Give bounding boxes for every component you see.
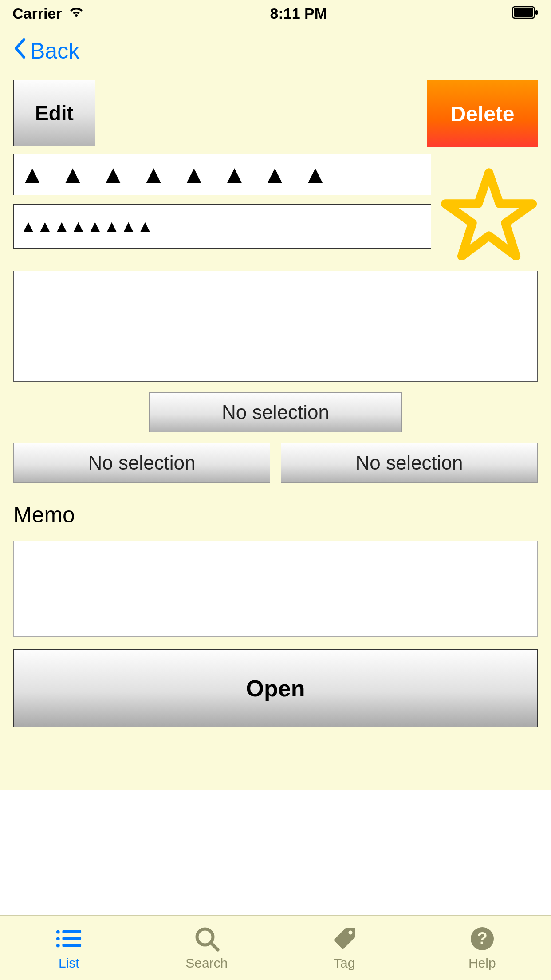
svg-point-11 bbox=[349, 930, 353, 934]
status-bar: Carrier 8:11 PM bbox=[0, 0, 551, 27]
status-left: Carrier bbox=[12, 5, 85, 22]
subtitle-field[interactable]: ▲▲▲▲▲▲▲▲ bbox=[13, 204, 431, 249]
favorite-toggle[interactable] bbox=[440, 154, 538, 262]
search-icon bbox=[193, 925, 220, 952]
edit-label: Edit bbox=[35, 101, 74, 125]
selection-left-button[interactable]: No selection bbox=[13, 443, 270, 483]
title-field[interactable]: ▲ ▲ ▲ ▲ ▲ ▲ ▲ ▲ bbox=[13, 154, 431, 195]
edit-button[interactable]: Edit bbox=[13, 80, 95, 146]
fields-col: ▲ ▲ ▲ ▲ ▲ ▲ ▲ ▲ ▲▲▲▲▲▲▲▲ bbox=[13, 154, 431, 249]
svg-point-5 bbox=[56, 937, 60, 940]
tab-list[interactable]: List bbox=[0, 916, 138, 980]
carrier-label: Carrier bbox=[12, 5, 62, 22]
delete-label: Delete bbox=[450, 102, 514, 126]
tab-help-label: Help bbox=[468, 956, 496, 971]
selection-row-2: No selection No selection bbox=[13, 443, 538, 483]
status-right bbox=[512, 5, 539, 22]
top-row: Edit Delete bbox=[13, 80, 538, 147]
star-icon bbox=[440, 167, 538, 262]
tab-search[interactable]: Search bbox=[138, 916, 276, 980]
back-button[interactable]: Back bbox=[13, 38, 79, 64]
selection-row-1: No selection bbox=[13, 392, 538, 432]
selection-right-button[interactable]: No selection bbox=[281, 443, 538, 483]
selection-top-button[interactable]: No selection bbox=[149, 392, 402, 432]
svg-rect-4 bbox=[63, 930, 82, 933]
selection-right-label: No selection bbox=[355, 452, 463, 474]
svg-point-7 bbox=[56, 944, 60, 947]
title-value: ▲ ▲ ▲ ▲ ▲ ▲ ▲ ▲ bbox=[20, 162, 332, 187]
tag-icon bbox=[331, 925, 358, 952]
delete-button[interactable]: Delete bbox=[427, 80, 538, 147]
nav-bar: Back bbox=[0, 27, 551, 75]
battery-icon bbox=[512, 5, 539, 22]
tab-tag[interactable]: Tag bbox=[276, 916, 413, 980]
tab-help[interactable]: ? Help bbox=[413, 916, 551, 980]
open-label: Open bbox=[246, 675, 305, 702]
chevron-left-icon bbox=[13, 38, 26, 64]
svg-line-10 bbox=[211, 943, 218, 950]
description-box[interactable] bbox=[13, 271, 538, 382]
tab-list-label: List bbox=[59, 956, 79, 971]
help-icon: ? bbox=[469, 925, 496, 952]
svg-rect-2 bbox=[535, 10, 538, 15]
status-time: 8:11 PM bbox=[270, 5, 327, 22]
svg-rect-1 bbox=[514, 8, 533, 17]
svg-point-3 bbox=[56, 930, 60, 933]
tab-bar: List Search Tag ? Help bbox=[0, 915, 551, 980]
wifi-icon bbox=[67, 5, 85, 22]
content: Edit Delete ▲ ▲ ▲ ▲ ▲ ▲ ▲ ▲ ▲▲▲▲▲▲▲▲ No … bbox=[0, 80, 551, 727]
tab-search-label: Search bbox=[185, 956, 228, 971]
tab-tag-label: Tag bbox=[334, 956, 355, 971]
subtitle-value: ▲▲▲▲▲▲▲▲ bbox=[20, 218, 153, 235]
svg-text:?: ? bbox=[477, 929, 487, 948]
open-button[interactable]: Open bbox=[13, 649, 538, 727]
selection-top-label: No selection bbox=[222, 401, 329, 423]
list-icon bbox=[55, 925, 82, 952]
fields-wrap: ▲ ▲ ▲ ▲ ▲ ▲ ▲ ▲ ▲▲▲▲▲▲▲▲ bbox=[13, 154, 538, 262]
divider bbox=[13, 494, 538, 494]
back-label: Back bbox=[30, 38, 79, 64]
memo-label: Memo bbox=[13, 502, 538, 528]
svg-rect-8 bbox=[63, 944, 82, 947]
svg-rect-6 bbox=[63, 937, 82, 940]
selection-left-label: No selection bbox=[88, 452, 195, 474]
content-bg bbox=[0, 790, 551, 915]
memo-box[interactable] bbox=[13, 541, 538, 637]
